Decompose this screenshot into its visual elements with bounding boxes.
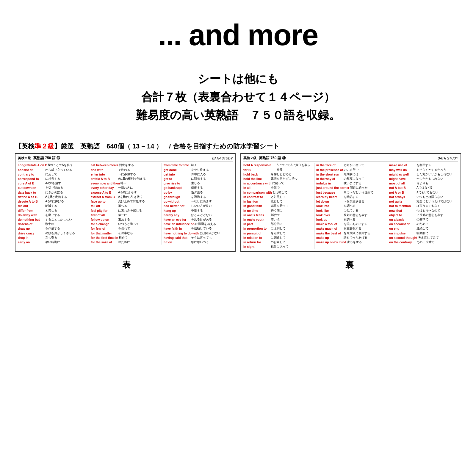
word-en: congratulate A on B (18, 163, 47, 167)
word-row: enter into〜に参加する (91, 172, 160, 177)
word-jp: をやり終える (191, 168, 209, 172)
word-row: contrary toに反して (18, 172, 87, 177)
word-row: do away withを廃止する (18, 213, 87, 217)
word-jp: おそらく〜するだろう (416, 168, 446, 172)
word-jp: 中断する (191, 209, 203, 213)
word-row: learn by heartを暗記する (316, 195, 385, 199)
word-row: in the presence ofのいる所で (316, 168, 385, 172)
word-jp: を追求して (271, 231, 286, 236)
word-jp: AをBに捧げる (45, 199, 64, 204)
word-en: early on (18, 240, 45, 245)
word-jp: 初めて (119, 236, 128, 240)
sheet-label-row: 表 裏 (15, 255, 461, 271)
word-jp: 話をでっちあげる (344, 236, 367, 240)
word-row: look upを調べる (316, 217, 385, 222)
word-en: make use of (389, 163, 416, 167)
word-jp: の邪魔になって (344, 177, 364, 181)
word-row: hardly anyほとんどどない (164, 213, 233, 217)
word-en: in return for (243, 240, 270, 245)
word-en: make much of (316, 226, 343, 231)
word-jp: と向かい合って (344, 163, 364, 167)
word-row: go throughを通過する (164, 195, 233, 199)
word-jp: の頭をおかしくさせる (45, 231, 75, 236)
word-en: first of all (91, 213, 118, 217)
word-en: having said that (164, 236, 190, 240)
word-jp: 10代で (271, 213, 280, 217)
word-row: hold the line電話を切らずに待つ (243, 177, 312, 181)
word-en: in one's youth (243, 217, 270, 222)
word-row: make much ofを重要視する (316, 226, 385, 231)
word-jp: は言うまでもなく (416, 204, 440, 208)
word-row: look intoを調べる (316, 204, 385, 208)
word-row: not to mentionは言うまでもなく (389, 204, 458, 208)
word-jp: と対照して (271, 195, 286, 199)
word-row: have nothing to do withとは関係がない (164, 231, 233, 236)
word-jp: 誠意を持って (271, 204, 289, 208)
word-en: just around the corner (316, 186, 349, 190)
word-en: in sight (243, 245, 270, 249)
word-row: do nothing butすることしかしない (18, 217, 87, 222)
word-row: correspond toに相当する (18, 177, 87, 181)
word-en: in contrast to (243, 195, 270, 199)
word-en: hold back (243, 172, 270, 177)
word-en: had better not (164, 204, 190, 208)
word-jp: 立ち寄る (45, 236, 57, 240)
word-en: contrary to (18, 172, 45, 177)
word-row: not A or BAでもBでもない (389, 190, 458, 195)
word-jp: 全部で (271, 186, 280, 190)
word-jp: 数十の (45, 222, 54, 226)
word-en: look like (316, 209, 343, 213)
word-en: not to mention (389, 204, 416, 208)
word-row: go by過ぎ去る (164, 190, 233, 195)
word-jp: を作成する (45, 226, 60, 231)
word-jp: を見る目がある (191, 217, 212, 222)
word-en: in part (243, 222, 270, 226)
word-row: eat between meals間食をする (91, 163, 160, 167)
word-row: in comparison withと比較して (243, 190, 312, 195)
sheets-section: 【英検準２級】厳選 英熟語 640個（ 13 – 14 ） / 合格を目指すため… (15, 142, 461, 270)
word-en: on end (389, 226, 416, 231)
word-jp: 過ぎ去る (191, 190, 203, 195)
word-row: date back toにさかのぼる (18, 190, 87, 195)
word-en: entitle A to B (91, 177, 118, 181)
word-row: differ fromと異なる (18, 209, 87, 213)
word-row: in one's teens10代で (243, 213, 312, 217)
ura-title: 英熟語 750 語 ⑭ (259, 156, 286, 161)
word-row: in one's youth若い頃 (243, 217, 312, 222)
sheet_omote-col-2: from time to time時々get doneをやり終えるget int… (164, 163, 233, 245)
word-row: define A as BAをBと定義する (18, 195, 87, 199)
word-en: look up (316, 217, 343, 222)
word-row: drop in立ち寄る (18, 236, 87, 240)
ura-label: 裏 (345, 259, 354, 271)
word-en: hang up (164, 209, 190, 213)
sheet-omote: 英検２級 英熟語 750 語 ⑬ BATH STUDY congratulate… (15, 153, 236, 251)
word-row: from time to time時々 (164, 163, 233, 167)
sheet_ura-col-1: in the face ofと向かい合ってin the presence ofの… (316, 163, 385, 249)
word-row: in good faith誠意を持って (243, 204, 312, 208)
word-en: on second thought (389, 236, 417, 240)
word-row: in return forのお返しに (243, 240, 312, 245)
word-row: end withで終わる (91, 168, 160, 172)
word-en: object to (389, 213, 416, 217)
word-row: hit on急に思いつく (164, 240, 233, 245)
word-en: differ from (18, 209, 45, 213)
word-row: for the first time in初めて (91, 236, 160, 240)
word-en: for the first time in (91, 236, 118, 240)
word-en: in comparison with (243, 190, 272, 195)
word-en: go through (164, 195, 190, 199)
word-row: dozens of数十の (18, 222, 87, 226)
ura-columns: hold A responsible for BBについてAに責任を取らせるho… (243, 163, 458, 249)
word-jp: 決心をする (347, 240, 362, 245)
word-jp: から成り立っている (45, 168, 72, 172)
word-row: in fashion流行して (243, 199, 312, 204)
word-row: on a basisの基準で (389, 217, 458, 222)
word-jp: 生じる (191, 181, 200, 186)
word-jp: 短期的には (344, 172, 358, 177)
word-jp: AではなくB (416, 186, 432, 190)
word-en: eat between meals (91, 163, 118, 167)
word-row: on end連続して (389, 226, 458, 231)
word-row: have faith inを信頼している (164, 226, 233, 231)
word-jp: を調べる (344, 217, 356, 222)
word-en: drop in (18, 236, 45, 240)
word-jp: に反して (45, 172, 57, 177)
